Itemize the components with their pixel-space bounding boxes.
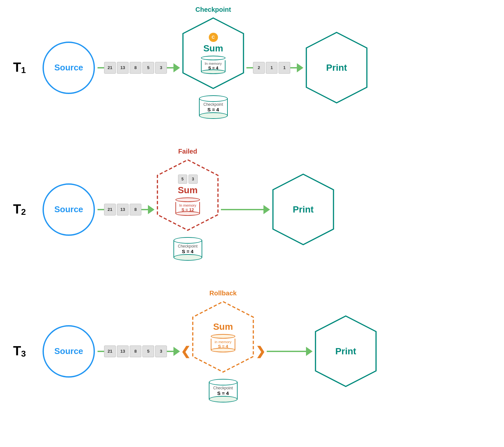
inmem-label-t1: In memory [202, 62, 225, 65]
coin-t1: C [209, 33, 218, 42]
hex-content-t3: Sum in memory S = 4 [211, 322, 235, 352]
row-t2: T2 Source 21 13 8 Failed [13, 152, 491, 261]
small-box: 3 [189, 175, 198, 184]
print-label-t2: Print [293, 204, 314, 215]
source-circle-t2: Source [43, 183, 95, 236]
print-hex-t2: Print [271, 173, 335, 246]
queue-box: 13 [117, 62, 129, 74]
queue-box: 5 [142, 345, 154, 357]
row-label-t1: T1 [13, 60, 43, 75]
row-t1: T1 Source 21 13 8 5 3 C [13, 10, 491, 119]
print-label-t3: Print [335, 346, 356, 357]
queue-box: 3 [155, 62, 167, 74]
hex-sum-t2: Failed 5 3 Sum [156, 158, 220, 261]
queue-box: 1 [266, 62, 278, 74]
hex-content-t1: C Sum In memory S = 4 [201, 33, 225, 74]
queue-box: 13 [117, 345, 129, 357]
input-arrow-t3: 21 13 8 5 3 [98, 345, 180, 357]
sum-title-t3: Sum [213, 322, 233, 332]
hex-sum-t3: Rollback Sum in memory S = 4 [191, 300, 255, 402]
inmem-label-t3: in memory [211, 340, 235, 344]
queue-box: 8 [130, 204, 141, 215]
input-arrow-t2: 21 13 8 [98, 204, 154, 215]
output-arrow-t3 [267, 347, 313, 356]
row-t3: T3 Source 21 13 8 5 3 ❮ [13, 293, 491, 402]
queue-box: 21 [104, 204, 116, 215]
queue-box: 3 [155, 345, 167, 357]
queue-box: 8 [130, 62, 141, 74]
queue-box: 21 [104, 62, 116, 74]
diagram-container: T1 Source 21 13 8 5 3 C [0, 0, 504, 412]
small-box: 5 [178, 175, 187, 184]
checkpoint-db-t1: Checkpoint S = 4 [199, 95, 228, 119]
sum-title-t1: Sum [203, 43, 223, 54]
queue-box: 5 [142, 62, 154, 74]
checkpoint-db-t2: Checkpoint S = 4 [173, 237, 202, 261]
inmem-label-t2: In memory [176, 203, 199, 207]
hex-content-t2: 5 3 Sum In memory S = 12 [175, 175, 200, 216]
queue-box: 21 [104, 345, 116, 357]
status-label-t2: Failed [178, 148, 197, 155]
sum-title-t2: Sum [178, 185, 198, 196]
print-label-t1: Print [326, 63, 347, 73]
source-circle-t3: Source [43, 325, 95, 378]
status-label-t3: Rollback [209, 289, 237, 297]
source-circle-t1: Source [43, 42, 95, 94]
queue-box: 2 [253, 62, 265, 74]
print-hex-t1: Print [305, 31, 369, 104]
queue-box: 13 [117, 204, 129, 215]
status-label-t1: Checkpoint [195, 6, 231, 13]
bracket-left-t3: ❮ [181, 345, 190, 357]
bracket-right-t3: ❯ [256, 345, 265, 357]
output-arrow-t1: 2 1 1 [246, 62, 303, 74]
hex-sum-t1: Checkpoint C Sum In memory S = 4 [181, 16, 245, 119]
input-arrow-t1: 21 13 8 5 3 [98, 62, 180, 74]
output-arrow-t2 [221, 205, 270, 214]
row-label-t2: T2 [13, 202, 43, 217]
queue-box: 1 [279, 62, 290, 74]
queue-box: 8 [130, 345, 141, 357]
row-label-t3: T3 [13, 344, 43, 359]
print-hex-t3: Print [314, 314, 378, 388]
checkpoint-db-t3: Checkpoint S = 4 [209, 379, 238, 402]
